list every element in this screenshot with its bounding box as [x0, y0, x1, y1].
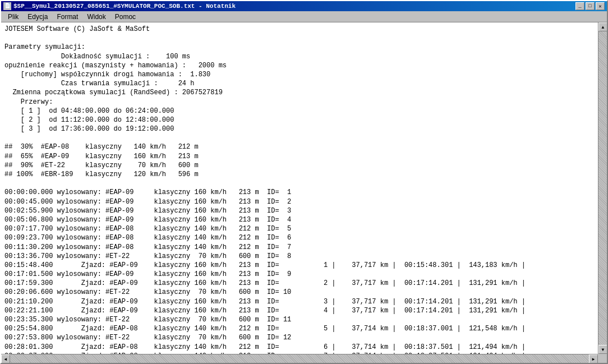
scroll-left-button[interactable]: ◄ [1, 354, 10, 363]
menu-edycja[interactable]: Edycja [23, 12, 52, 22]
title-bar-buttons: _ □ ✕ [575, 2, 605, 10]
main-window: 📄 $SP__Symul_20130527_085651_#SYMULATOR_… [0, 0, 608, 364]
minimize-button[interactable]: _ [575, 2, 584, 10]
scroll-track-vertical[interactable] [598, 31, 607, 345]
close-button[interactable]: ✕ [596, 2, 605, 10]
title-bar: 📄 $SP__Symul_20130527_085651_#SYMULATOR_… [1, 1, 607, 11]
scroll-track-horizontal[interactable] [10, 354, 589, 363]
menu-widok[interactable]: Widok [82, 12, 110, 22]
app-icon: 📄 [3, 2, 11, 10]
scrollbar-corner [598, 354, 607, 363]
title-bar-text: 📄 $SP__Symul_20130527_085651_#SYMULATOR_… [3, 2, 236, 10]
horizontal-scrollbar[interactable]: ◄ ► [1, 354, 598, 363]
menu-pomoc[interactable]: Pomoc [110, 12, 140, 22]
scroll-up-button[interactable]: ▲ [598, 22, 607, 31]
scroll-right-button[interactable]: ► [589, 354, 598, 363]
scroll-down-button[interactable]: ▼ [598, 345, 607, 354]
text-editor[interactable]: JOTESEM Software (C) JaSoft & MaSoft Par… [1, 22, 607, 363]
maximize-button[interactable]: □ [586, 2, 595, 10]
content-area: JOTESEM Software (C) JaSoft & MaSoft Par… [1, 22, 607, 363]
window-title: $SP__Symul_20130527_085651_#SYMULATOR_PO… [13, 3, 236, 10]
menu-format[interactable]: Format [52, 12, 82, 22]
menu-plik[interactable]: Plik [3, 12, 23, 22]
vertical-scrollbar[interactable]: ▲ ▼ [598, 22, 607, 354]
menu-bar: Plik Edycja Format Widok Pomoc [1, 11, 607, 22]
